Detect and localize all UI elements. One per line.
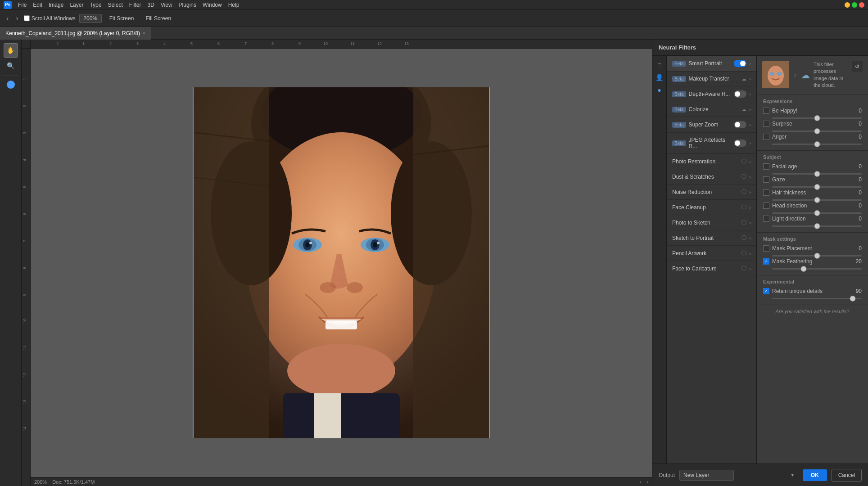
menu-view[interactable]: View — [158, 1, 175, 9]
filter-item-face-cleanup[interactable]: Face Cleanup ⓘ › — [667, 200, 756, 215]
menu-file[interactable]: File — [15, 1, 29, 9]
filter-item-face-caricature[interactable]: Face to Caricature ⓘ › — [667, 261, 756, 276]
gaze-checkbox[interactable] — [763, 176, 769, 183]
retain-details-thumb[interactable] — [850, 296, 856, 302]
scroll-left[interactable]: ‹ — [640, 479, 642, 485]
mask-placement-track[interactable] — [772, 255, 862, 256]
cancel-button[interactable]: Cancel — [832, 469, 862, 482]
anger-checkbox[interactable] — [763, 134, 769, 140]
menu-type[interactable]: Type — [87, 1, 104, 9]
anger-thumb[interactable] — [814, 141, 820, 147]
pencil-artwork-chevron[interactable]: › — [749, 251, 751, 256]
menu-window[interactable]: Window — [200, 1, 225, 9]
super-zoom-chevron[interactable]: › — [749, 122, 751, 127]
filter-item-jpeg-artefacts[interactable]: Beta JPEG Artefacts R... › — [667, 133, 756, 154]
menu-select[interactable]: Select — [105, 1, 125, 9]
anger-track[interactable] — [772, 144, 862, 145]
fit-screen-button[interactable]: Fit Screen — [105, 14, 138, 23]
jpeg-artefacts-toggle[interactable] — [734, 140, 746, 147]
depth-aware-chevron[interactable]: › — [749, 91, 751, 97]
hand-tool[interactable]: ✋ — [4, 43, 18, 58]
filter-item-depth-aware[interactable]: Beta Depth-Aware H... › — [667, 86, 756, 102]
mask-placement-checkbox[interactable] — [763, 245, 769, 252]
reset-button[interactable]: ↺ — [852, 61, 863, 72]
facial-age-checkbox[interactable] — [763, 163, 769, 170]
scroll-all-checkbox[interactable] — [24, 15, 30, 21]
retain-details-checkbox[interactable] — [763, 288, 769, 294]
panel-dot-icon[interactable]: ● — [654, 85, 665, 95]
facial-age-track[interactable] — [772, 173, 862, 175]
sketch-to-portrait-chevron[interactable]: › — [749, 235, 751, 241]
color-indicator[interactable] — [7, 81, 15, 89]
menu-filter[interactable]: Filter — [127, 1, 144, 9]
menu-help[interactable]: Help — [226, 1, 242, 9]
output-select[interactable]: Current Layer New Layer Smart Filter New… — [679, 470, 734, 481]
gaze-thumb[interactable] — [814, 184, 820, 190]
makeup-transfer-chevron[interactable]: › — [749, 76, 751, 81]
be-happy-thumb[interactable] — [814, 115, 820, 121]
back-button[interactable]: ‹ — [5, 14, 10, 23]
facial-age-thumb[interactable] — [814, 171, 820, 177]
head-direction-track[interactable] — [772, 212, 862, 214]
light-direction-checkbox[interactable] — [763, 216, 769, 222]
hair-thickness-track[interactable] — [772, 199, 862, 201]
depth-aware-toggle[interactable] — [734, 90, 746, 98]
panel-person-icon[interactable]: 👤 — [654, 72, 665, 83]
retain-details-track[interactable] — [772, 298, 862, 299]
light-direction-thumb[interactable] — [814, 223, 820, 229]
colorize-chevron[interactable]: › — [749, 107, 751, 112]
close-button[interactable] — [859, 2, 864, 8]
head-direction-thumb[interactable] — [814, 210, 820, 216]
menu-layer[interactable]: Layer — [67, 1, 86, 9]
forward-button[interactable]: › — [14, 14, 20, 23]
filter-item-super-zoom[interactable]: Beta Super Zoom › — [667, 117, 756, 133]
filter-item-makeup-transfer[interactable]: Beta Makeup Transfer ☁ › — [667, 72, 756, 86]
mask-feathering-checkbox[interactable] — [763, 258, 769, 265]
photo-to-sketch-chevron[interactable]: › — [749, 220, 751, 225]
smart-portrait-chevron[interactable]: › — [749, 61, 751, 66]
super-zoom-toggle[interactable] — [734, 121, 746, 128]
photo-restoration-chevron[interactable]: › — [749, 159, 751, 164]
zoom-tool[interactable]: 🔍 — [4, 58, 18, 73]
filter-item-photo-restoration[interactable]: Photo Restoration ⓘ › — [667, 154, 756, 169]
menu-plugins[interactable]: Plugins — [176, 1, 199, 9]
be-happy-checkbox[interactable] — [763, 108, 769, 114]
filter-item-sketch-to-portrait[interactable]: Sketch to Portrait ⓘ › — [667, 230, 756, 246]
ok-button[interactable]: OK — [803, 469, 827, 481]
document-tab[interactable]: Kenneth_Copeland_2011.jpg @ 200% (Layer … — [0, 27, 151, 40]
be-happy-track[interactable] — [772, 117, 862, 119]
filter-item-noise-reduction[interactable]: Noise Reduction ⓘ › — [667, 184, 756, 200]
filter-item-colorize[interactable]: Beta Colorize ☁ › — [667, 102, 756, 117]
noise-reduction-chevron[interactable]: › — [749, 189, 751, 195]
filter-item-smart-portrait[interactable]: Beta Smart Portrait › — [667, 56, 756, 72]
surprise-track[interactable] — [772, 130, 862, 132]
filter-item-dust-scratches[interactable]: Dust & Scratches ⓘ › — [667, 169, 756, 184]
light-direction-track[interactable] — [772, 225, 862, 227]
dust-scratches-chevron[interactable]: › — [749, 174, 751, 180]
mask-feathering-track[interactable] — [772, 268, 862, 270]
menu-3d[interactable]: 3D — [145, 1, 157, 9]
surprise-checkbox[interactable] — [763, 121, 769, 127]
head-direction-checkbox[interactable] — [763, 202, 769, 209]
smart-portrait-toggle[interactable] — [734, 60, 746, 67]
surprise-thumb[interactable] — [814, 128, 820, 134]
zoom-input[interactable] — [79, 14, 102, 23]
tab-close-button[interactable]: × — [143, 31, 145, 36]
panel-menu-icon[interactable]: ≡ — [654, 59, 665, 70]
filter-item-photo-to-sketch[interactable]: Photo to Sketch ⓘ › — [667, 215, 756, 230]
menu-image[interactable]: Image — [46, 1, 66, 9]
face-caricature-chevron[interactable]: › — [749, 266, 751, 271]
mask-feathering-thumb[interactable] — [800, 266, 806, 272]
fill-screen-button[interactable]: Fill Screen — [141, 14, 175, 23]
filter-item-pencil-artwork[interactable]: Pencil Artwork ⓘ › — [667, 246, 756, 261]
mask-placement-thumb[interactable] — [814, 253, 820, 259]
menu-edit[interactable]: Edit — [30, 1, 45, 9]
gaze-track[interactable] — [772, 186, 862, 188]
hair-thickness-thumb[interactable] — [814, 197, 820, 203]
hair-thickness-checkbox[interactable] — [763, 189, 769, 196]
maximize-button[interactable] — [852, 2, 857, 8]
jpeg-artefacts-chevron[interactable]: › — [749, 140, 751, 146]
scroll-right[interactable]: › — [646, 479, 648, 485]
minimize-button[interactable] — [845, 2, 850, 8]
face-cleanup-chevron[interactable]: › — [749, 205, 751, 210]
